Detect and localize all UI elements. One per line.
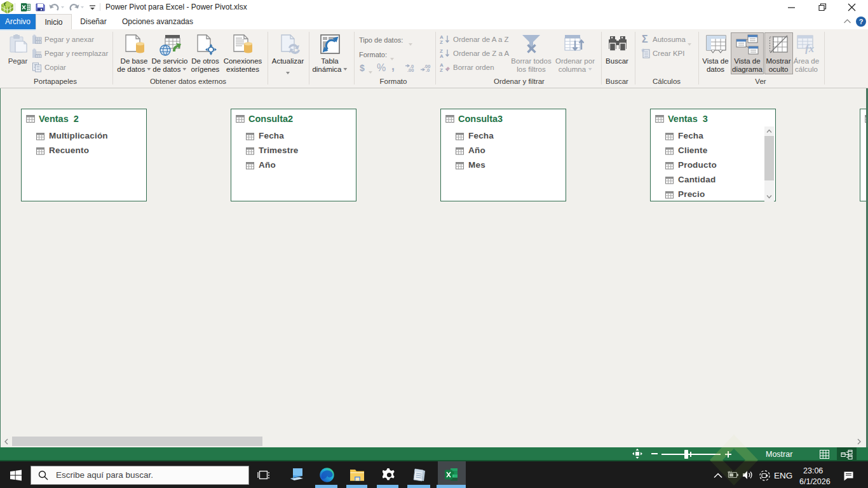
svg-text:.0: .0 xyxy=(426,67,430,72)
svg-text:Z: Z xyxy=(440,39,443,44)
svg-text:Z: Z xyxy=(440,67,443,72)
svg-text:A: A xyxy=(440,53,444,58)
svg-text:.00: .00 xyxy=(407,67,414,72)
svg-text:fx: fx xyxy=(805,43,815,54)
